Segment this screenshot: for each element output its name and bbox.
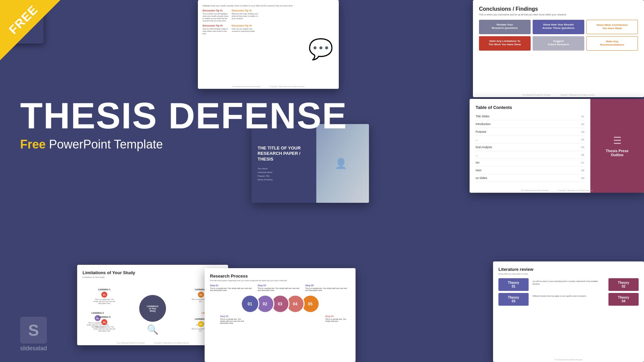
logo-name: slidesalad (20, 345, 47, 352)
outline-num-5: 05 (581, 146, 584, 149)
step-4-col: Step 04 This is a sample text. You simpl… (315, 315, 351, 324)
outline-footer: Free Slidesalad PowerPoint Template Copy… (470, 189, 644, 191)
tip4-body: How can you explain any unusual or surpr… (232, 28, 259, 33)
step-3-col: Step 03 This is a sample text. You simpl… (258, 284, 303, 291)
research-title: Research Process (210, 274, 350, 279)
main-title-heading: THESIS DEFENSE (20, 97, 347, 134)
outline-row-5: tical Analysis 05 (476, 143, 584, 151)
process-circles: 01 02 03 04 05 (210, 295, 350, 313)
research-slide: Research Process Provide information reg… (205, 268, 356, 362)
conclusions-title: Conclusions / Findings (479, 6, 638, 12)
discussion-footer: Free Slidesalad PowerPoint Template Copy… (198, 85, 339, 87)
logo-letter: S (28, 321, 39, 340)
disc-tip-4: Discussion Tip #4 How can you explain an… (232, 24, 259, 35)
step5-body: This is a sample text. You simply add yo… (305, 287, 350, 291)
outline-label-8: ision (476, 169, 481, 172)
outline-num-3: 03 (581, 130, 584, 133)
outline-row-9: ce Slides 09 (476, 174, 584, 182)
discussion-header: Highlight what your results actually mea… (203, 5, 334, 7)
literature-footer: Free Slidesalad PowerPoint Template (493, 359, 644, 361)
outline-num-6: 06 (581, 154, 584, 157)
person-name: Your Name (258, 167, 310, 171)
outline-title: Table of Contents (476, 105, 584, 110)
advisor-name: Name Of Advisor (258, 178, 310, 182)
step1-label: Step 01 (210, 284, 255, 287)
free-subtitle-word: Free (20, 137, 46, 151)
disc-tip-1: Discussion Tip #1 This is where you will… (203, 9, 230, 22)
conc-cell-1: Restate YourResearch Questions (479, 20, 531, 34)
tip1-body: This is where you will highlight what yo… (203, 13, 230, 22)
outline-icon: ☰ (613, 135, 622, 146)
chat-icon: 💬 (308, 37, 333, 61)
tip2-body: What are the major findings and what do … (232, 13, 259, 20)
outline-row-7: ion 07 (476, 159, 584, 167)
limitations-title: Limitations of Your Study (83, 270, 223, 275)
disc-tip-2: Discussion Tip #2 What are the major fin… (232, 9, 259, 22)
outline-row-1: Title Slides 01 (476, 113, 584, 120)
thesis-word: THESIS (20, 95, 157, 136)
conclusions-footer: Free Slidesalad PowerPoint Template Copy… (473, 94, 644, 96)
tip1-label: Discussion Tip #1 (203, 9, 230, 12)
conc-cell-6: Make AnyRecommendations (586, 36, 638, 51)
conclusions-grid: Restate YourResearch Questions Show How … (479, 20, 638, 34)
magnifier-icon: 🔍 (147, 324, 159, 335)
main-title-section: THESIS DEFENSE Free PowerPoint Template (20, 97, 347, 152)
steps-bottom-row: Step 02 This is a sample text. You simpl… (210, 315, 350, 324)
lim-item-3: Limitation 3 03 This is a sample text. Y… (93, 316, 116, 332)
steps-top-row: Step 01 This is a sample text. You simpl… (210, 284, 350, 291)
step4-label: Step 04 (325, 315, 351, 317)
tip3-label: Discussion Tip #3 (203, 24, 230, 27)
step2-body: This is a sample text. You simply add yo… (220, 318, 245, 324)
tip4-label: Discussion Tip #4 (232, 24, 259, 27)
slidesalad-logo: S slidesalad (20, 317, 47, 352)
outline-list: Table of Contents Title Slides 01 Introd… (470, 99, 590, 193)
defense-word: DEFENSE (168, 95, 347, 136)
limitations-subtitle: Limitations of Your Study (83, 276, 223, 278)
program-title: Program Title (258, 174, 310, 178)
subtitle-line: Free PowerPoint Template (20, 137, 347, 152)
outline-label-4: ... (476, 138, 478, 141)
theory-01-box: Theory01 (498, 278, 529, 291)
outline-num-7: 07 (581, 161, 584, 164)
circle-1: 01 (241, 295, 259, 313)
step-2-col: Step 02 This is a sample text. You simpl… (210, 315, 245, 324)
person-info: Your Name University Name Program Title … (258, 167, 310, 181)
conclusions-slide: Conclusions / Findings This is where you… (473, 0, 644, 97)
outline-right-panel: ☰ Thesis PreseOutline (590, 99, 644, 193)
literature-subtitle: Areas that you may wish to cover (498, 273, 639, 275)
theory-grid: Theory01 you will not want to cover ever… (498, 278, 639, 306)
outline-slide: Table of Contents Title Slides 01 Introd… (470, 99, 644, 193)
outline-row-2: Introduction 02 (476, 120, 584, 128)
theory-01-label: Theory01 (508, 281, 519, 288)
outline-row-6: ... 06 (476, 151, 584, 159)
outline-num-2: 02 (581, 123, 584, 126)
outline-label-3: Purpose (476, 130, 486, 133)
theory-01-desc: you will not want to cover everything th… (531, 278, 606, 291)
outline-row-8: ision 08 (476, 167, 584, 174)
conc-cell-5: SuggestFuture Research (533, 36, 584, 51)
outline-label-7: ion (476, 161, 479, 164)
thesis-pres-label: Thesis PreseOutline (606, 149, 629, 157)
university-name: University Name (258, 171, 310, 174)
conclusions-subtitle: This is where you summarize and tie up a… (479, 13, 638, 16)
logo-icon-box: S (20, 317, 47, 344)
outline-row-3: Purpose 03 (476, 128, 584, 136)
research-subtitle: Provide information regarding how you ha… (210, 280, 350, 282)
subtitle-rest: PowerPoint Template (46, 137, 163, 151)
step3-body: This is a sample text. You simply add yo… (258, 287, 303, 291)
step2-label: Step 02 (220, 315, 245, 317)
literature-title: Literature review (498, 267, 639, 272)
tip2-label: Discussion Tip #2 (232, 9, 259, 12)
discussion-icon: 💬 (308, 9, 334, 89)
step3-label: Step 03 (258, 284, 303, 287)
conc-cell-2: Show How Your ResultsAnswer These Questi… (533, 20, 584, 34)
outline-label-2: Introduction (476, 122, 490, 126)
conc-cell-3: Show What ContributionYou Have Made (586, 20, 638, 34)
outline-label-1: Title Slides (476, 115, 489, 118)
lim-item-1: Limitation 1 01 This is a sample text. Y… (93, 288, 116, 304)
step4-body: This is a sample text. You simply add yo… (325, 318, 351, 322)
disc-tip-3: Discussion Tip #3 How do these findings … (203, 24, 230, 35)
theory-03-box: Theory03 (498, 293, 529, 306)
conc-cell-4: State Any Limitations ToThe Work You Hav… (479, 36, 531, 51)
outline-num-1: 01 (581, 115, 584, 118)
